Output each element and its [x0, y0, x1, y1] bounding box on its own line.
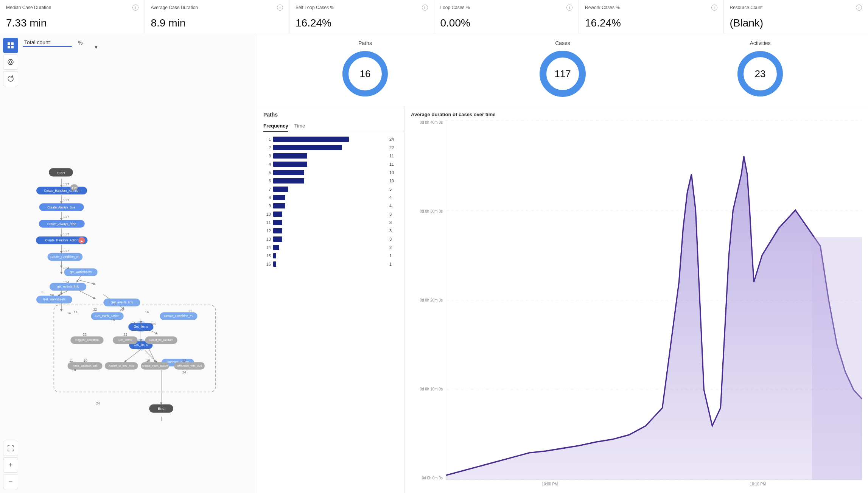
dropdown-bar: Total count Frequency Duration ▼ %: [23, 39, 82, 47]
target-tool-button[interactable]: [3, 54, 18, 70]
refresh-tool-button[interactable]: [3, 71, 18, 86]
measure-dropdown[interactable]: Total count Frequency Duration: [23, 39, 72, 47]
activities-donut: 23: [736, 49, 785, 98]
svg-text:Start: Start: [57, 171, 65, 175]
zoom-out-button[interactable]: −: [3, 474, 18, 489]
pct-label: %: [78, 40, 82, 46]
x-axis-labels: 10:00 PM10:10 PM: [446, 480, 862, 488]
svg-text:10: 10: [84, 359, 87, 362]
info-icon-3[interactable]: i: [566, 5, 572, 11]
svg-text:22: 22: [83, 333, 87, 336]
path-count: 3: [389, 220, 398, 225]
path-bar-container: [273, 194, 387, 201]
svg-text:11: 11: [69, 359, 73, 362]
path-row-2[interactable]: 222: [263, 143, 398, 152]
info-icon-1[interactable]: i: [277, 5, 283, 11]
path-row-11[interactable]: 113: [263, 218, 398, 227]
svg-text:22: 22: [123, 333, 127, 336]
path-row-10[interactable]: 103: [263, 210, 398, 218]
process-map[interactable]: Start 117 Create_Random_Number 117 117 C…: [0, 57, 257, 470]
metric-value-2: 16.24%: [296, 17, 428, 29]
analytics-section: Paths Frequency Time 1242223114115106107…: [257, 106, 868, 493]
path-row-5[interactable]: 510: [263, 168, 398, 177]
path-row-4[interactable]: 411: [263, 160, 398, 168]
metric-label-3: Loop Cases %: [440, 5, 470, 10]
svg-text:Could_be_random: Could_be_random: [149, 338, 173, 342]
path-bar: [273, 212, 282, 217]
svg-text:Get_worksheets: Get_worksheets: [43, 298, 65, 301]
svg-text:Create_Condition_#2: Create_Condition_#2: [164, 314, 193, 318]
svg-text:terminate_with_500: terminate_with_500: [177, 364, 202, 367]
path-number: 1: [263, 137, 271, 142]
tab-time[interactable]: Time: [294, 121, 305, 132]
path-bar-container: [273, 211, 387, 217]
svg-point-5: [9, 61, 12, 63]
tab-frequency[interactable]: Frequency: [263, 121, 288, 132]
path-count: 10: [389, 170, 398, 175]
path-bar-container: [273, 203, 387, 209]
path-row-3[interactable]: 311: [263, 152, 398, 160]
svg-text:117: 117: [72, 187, 77, 190]
svg-text:get_worksheets: get_worksheets: [70, 271, 92, 274]
path-bar: [273, 203, 285, 208]
info-icon-4[interactable]: i: [711, 5, 717, 11]
path-number: 11: [263, 220, 271, 225]
svg-text:117: 117: [63, 198, 69, 202]
path-row-1[interactable]: 124: [263, 135, 398, 143]
chart-area: [446, 120, 862, 480]
paths-title: Paths: [257, 106, 404, 118]
path-number: 15: [263, 253, 271, 258]
svg-text:▶: ▶: [81, 240, 83, 243]
svg-text:117: 117: [63, 232, 69, 236]
path-count: 5: [389, 187, 398, 191]
metric-value-4: 16.24%: [585, 17, 717, 29]
y-axis-labels: 0d 0h 40m 0s0d 0h 30m 0s0d 0h 20m 0s0d 0…: [411, 120, 445, 480]
path-bar-container: [273, 161, 387, 167]
path-count: 1: [389, 253, 398, 258]
path-bar-container: [273, 170, 387, 176]
path-row-15[interactable]: 151: [263, 252, 398, 260]
path-row-14[interactable]: 142: [263, 243, 398, 252]
path-row-8[interactable]: 84: [263, 193, 398, 202]
path-number: 10: [263, 212, 271, 216]
path-row-12[interactable]: 123: [263, 227, 398, 235]
path-number: 8: [263, 195, 271, 200]
path-number: 4: [263, 162, 271, 166]
svg-text:22: 22: [182, 359, 186, 362]
metric-value-5: (Blank): [730, 17, 862, 29]
duration-panel: Average duration of cases over time 0d 0…: [405, 106, 868, 493]
metric-label-5: Resource Count: [730, 5, 763, 10]
metric-label-0: Median Case Duration: [6, 5, 51, 10]
cases-stat: Cases 117: [538, 40, 587, 98]
metric-label-2: Self Loop Cases %: [296, 5, 334, 10]
zoom-in-button[interactable]: +: [3, 457, 18, 473]
path-bar: [273, 220, 282, 225]
y-axis-label: 0d 0h 0m 0s: [422, 476, 443, 480]
metric-loop-cases: Loop Cases % i 0.00%: [434, 0, 579, 34]
path-bar: [273, 228, 282, 233]
path-count: 3: [389, 212, 398, 216]
path-count: 24: [389, 137, 398, 142]
path-row-13[interactable]: 133: [263, 235, 398, 243]
path-row-6[interactable]: 610: [263, 177, 398, 185]
svg-text:18: 18: [111, 318, 115, 322]
cases-donut: 117: [538, 49, 587, 98]
grid-tool-button[interactable]: [3, 38, 18, 53]
fit-screen-button[interactable]: [3, 441, 18, 456]
path-row-9[interactable]: 94: [263, 202, 398, 210]
path-row-16[interactable]: 161: [263, 260, 398, 268]
svg-text:22: 22: [93, 308, 97, 311]
svg-text:Get_Items: Get_Items: [118, 338, 132, 342]
info-icon-2[interactable]: i: [422, 5, 428, 11]
path-row-7[interactable]: 75: [263, 185, 398, 193]
info-icon-5[interactable]: i: [856, 5, 862, 11]
svg-text:14: 14: [74, 310, 78, 314]
activities-label: Activities: [750, 40, 770, 46]
metric-median-duration: Median Case Duration i 7.33 min: [0, 0, 145, 34]
path-number: 7: [263, 187, 271, 191]
info-icon-0[interactable]: i: [132, 5, 138, 11]
path-count: 11: [389, 154, 398, 158]
cases-label: Cases: [555, 40, 570, 46]
metric-label-4: Rework Cases %: [585, 5, 620, 10]
y-axis-label: 0d 0h 30m 0s: [420, 209, 443, 213]
